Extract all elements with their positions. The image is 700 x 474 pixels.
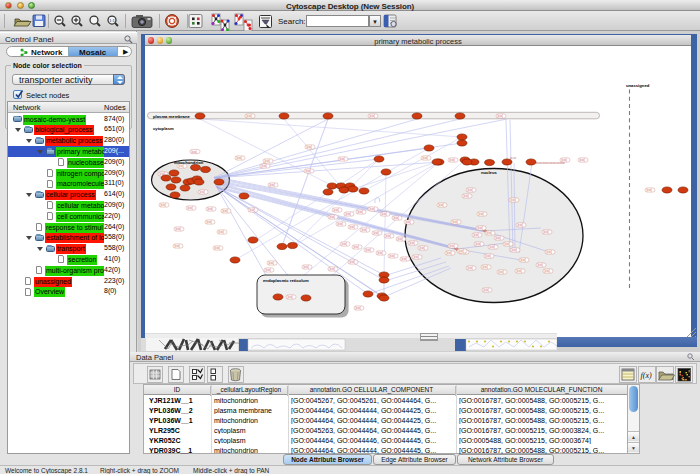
svg-text:[xxx]: [xxx] [329,215,335,219]
svg-text:[xxx]: [xxx] [355,306,361,310]
svg-text:[xxx]: [xxx] [397,237,403,241]
svg-text:[xxx]: [xxx] [438,203,444,207]
svg-text:[xxx]: [xxx] [510,198,516,202]
svg-text:[xxx]: [xxx] [377,251,383,255]
svg-text:[xxx]: [xxx] [218,230,224,234]
svg-text:[xxx]: [xxx] [486,231,492,235]
svg-text:xxxxxxxxxxxxxxxxxxxxxx: xxxxxxxxxxxxxxxxxxxxxx [534,161,565,165]
svg-text:[xxx]: [xxx] [287,295,293,299]
svg-text:[xxx]: [xxx] [422,156,428,160]
svg-text:[xxx]: [xxx] [305,169,311,173]
svg-text:[xxx]: [xxx] [446,251,452,255]
svg-text:[xxx]: [xxx] [482,265,488,269]
svg-text:[xxx]: [xxx] [385,234,391,238]
svg-text:[xxx]: [xxx] [483,288,489,292]
svg-text:[xxx]: [xxx] [543,230,549,234]
svg-text:[xxx]: [xxx] [361,228,367,232]
svg-text:[xxx]: [xxx] [409,241,415,245]
svg-text:[xxx]: [xxx] [517,223,523,227]
svg-text:[xxx]: [xxx] [489,245,495,249]
svg-text:f(x): f(x) [641,371,652,380]
svg-text:[xxx]: [xxx] [646,188,652,192]
svg-text:[xxx]: [xxx] [365,248,371,252]
svg-text:[xxx]: [xxx] [497,114,503,118]
svg-text:nucleus: nucleus [481,170,497,175]
svg-text:[xxx]: [xxx] [449,158,455,162]
svg-text:[xxx]: [xxx] [265,268,271,272]
svg-text:[xxx]: [xxx] [405,220,411,224]
svg-text:[xxx]: [xxx] [222,209,228,213]
svg-text:[xxx]: [xxx] [337,222,343,226]
svg-text:[xxx]: [xxx] [341,242,347,246]
svg-text:[xxx]: [xxx] [199,190,205,194]
svg-text:plasma membrane: plasma membrane [153,114,190,119]
svg-text:[xxx]: [xxx] [306,145,312,149]
svg-text:[xxx]: [xxx] [537,263,543,267]
svg-text:[xxx]: [xxx] [349,225,355,229]
svg-text:[xxx]: [xxx] [333,208,339,212]
svg-text:mitochondrion: mitochondrion [174,160,204,165]
svg-text:[xxx]: [xxx] [214,246,220,250]
svg-text:1:1: 1:1 [109,18,115,23]
svg-text:[xxx]: [xxx] [303,265,309,269]
svg-text:[xxx]: [xxx] [449,244,455,248]
svg-text:[xxx]: [xxx] [264,159,270,163]
svg-text:[xxx]: [xxx] [458,249,464,253]
svg-text:[xxx]: [xxx] [452,220,458,224]
svg-text:[xxx]: [xxx] [546,250,552,254]
svg-text:[xxx]: [xxx] [353,245,359,249]
svg-text:[xxx]: [xxx] [463,194,469,198]
svg-text:[xxx]: [xxx] [174,244,180,248]
svg-text:[xxx]: [xxx] [393,216,399,220]
svg-text:cytoplasm: cytoplasm [153,126,174,131]
svg-text:unassigned: unassigned [626,83,650,88]
svg-text:endoplasmic reticulum: endoplasmic reticulum [263,278,309,283]
svg-text:[xxx]: [xxx] [236,156,242,160]
svg-text:[xxx]: [xxx] [381,212,387,216]
svg-text:[xxx]: [xxx] [175,227,181,231]
svg-text:[xxx]: [xxx] [498,270,504,274]
svg-text:xx-xx: xx-xx [510,157,517,160]
svg-text:[xxx]: [xxx] [467,266,473,270]
svg-text:[xxx]: [xxx] [329,267,335,271]
svg-text:[xxx]: [xxx] [269,183,275,187]
svg-text:[xxx]: [xxx] [268,261,274,265]
svg-text:[xxx]: [xxx] [357,210,363,214]
svg-text:[xxx]: [xxx] [207,207,213,211]
svg-text:[xxx]: [xxx] [477,226,483,230]
svg-text:[xxx]: [xxx] [369,207,375,211]
svg-text:[xxx]: [xxx] [516,269,522,273]
svg-text:[xxx]: [xxx] [475,242,481,246]
svg-text:[xxx]: [xxx] [544,269,550,273]
svg-text:[xxx]: [xxx] [261,164,267,168]
svg-text:[xxx]: [xxx] [249,208,255,212]
svg-text:[xxx]: [xxx] [373,231,379,235]
svg-text:[xxx]: [xxx] [246,114,252,118]
svg-text:[xxx]: [xxx] [495,236,501,240]
svg-text:[xxx]: [xxx] [485,254,491,258]
svg-text:[xxx]: [xxx] [520,258,526,262]
svg-text:[xxx]: [xxx] [473,233,479,237]
svg-text:[xxx]: [xxx] [419,246,425,250]
svg-text:[xxx]: [xxx] [413,255,419,259]
svg-text:[xxx]: [xxx] [187,206,193,210]
svg-text:[xxx]: [xxx] [349,260,355,264]
svg-text:[xxx]: [xxx] [339,157,345,161]
svg-text:[xxx]: [xxx] [160,203,166,207]
svg-text:[xxx]: [xxx] [467,188,473,192]
svg-text:[xxx]: [xxx] [369,114,375,118]
svg-text:[xxx]: [xxx] [504,242,510,246]
svg-text:[xxx]: [xxx] [345,212,351,216]
svg-text:[xxx]: [xxx] [478,212,484,216]
svg-text:[xxx]: [xxx] [401,257,407,261]
svg-text:[xxx]: [xxx] [389,254,395,258]
svg-text:[xxx]: [xxx] [206,220,212,224]
svg-text:[xxx]: [xxx] [579,158,585,162]
svg-text:[xxx]: [xxx] [191,150,197,154]
svg-text:[xxx]: [xxx] [511,248,517,252]
svg-text:[xxx]: [xxx] [178,164,184,168]
